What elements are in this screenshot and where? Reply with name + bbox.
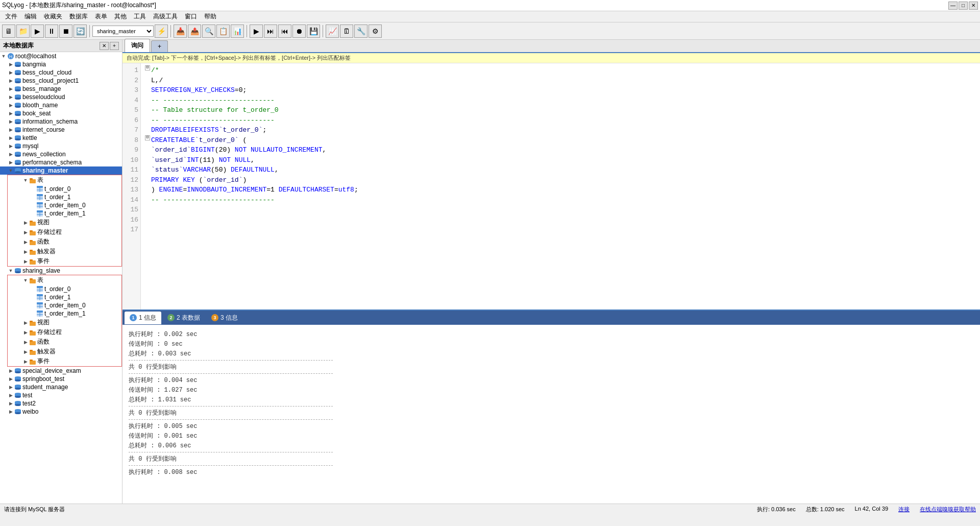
toolbar-btn-9[interactable]: 📤 xyxy=(188,25,201,38)
result-tab-1[interactable]: 1 1 信息 xyxy=(125,312,161,324)
tree-expand-icon[interactable]: ▶ xyxy=(7,144,14,149)
tree-item-t_order_item_1[interactable]: t_order_item_1 xyxy=(8,209,121,218)
tree-expand-icon[interactable]: ▶ xyxy=(7,152,14,157)
menu-item-工具[interactable]: 工具 xyxy=(131,11,149,22)
tree-item-t_order_1[interactable]: t_order_1 xyxy=(8,293,121,301)
tree-item-bess_cloud_project1[interactable]: ▶bess_cloud_project1 xyxy=(0,77,122,85)
tree-item-表[interactable]: ▼表 xyxy=(8,275,121,285)
toolbar-btn-17[interactable]: 💾 xyxy=(307,25,320,38)
tree-item-performance_schema[interactable]: ▶performance_schema xyxy=(0,158,122,166)
tree-expand-icon[interactable]: ▶ xyxy=(22,340,29,345)
add-tab-button[interactable]: + xyxy=(151,40,168,52)
close-button[interactable]: ✕ xyxy=(969,2,978,10)
tree-item-weibo[interactable]: ▶weibo xyxy=(0,408,122,416)
tree-expand-icon[interactable]: ▼ xyxy=(7,268,14,273)
tree-item-存储过程[interactable]: ▶存储过程 xyxy=(8,227,121,237)
code-editor[interactable]: 1234567891011121314151617 ⊟/*L,/ SET FOR… xyxy=(122,63,980,309)
toolbar-btn-3[interactable]: ▶ xyxy=(31,25,44,38)
query-tab[interactable]: 询问 xyxy=(125,39,150,52)
toolbar-btn-21[interactable]: ⚙ xyxy=(369,25,382,38)
menu-item-收藏夹[interactable]: 收藏夹 xyxy=(41,11,65,22)
tree-expand-icon[interactable]: ▶ xyxy=(7,86,14,91)
tree-item-表[interactable]: ▼表 xyxy=(8,175,121,185)
toolbar-btn-20[interactable]: 🔧 xyxy=(354,25,368,38)
toolbar-btn-10[interactable]: 🔍 xyxy=(202,25,215,38)
tree-expand-icon[interactable]: ▼ xyxy=(22,278,29,283)
tree-expand-icon[interactable]: ▶ xyxy=(7,103,14,108)
tree-item-bess_manage[interactable]: ▶bess_manage xyxy=(0,85,122,93)
left-panel-close[interactable]: ✕ xyxy=(100,42,109,50)
tree-expand-icon[interactable]: ▶ xyxy=(7,376,14,381)
result-content[interactable]: 执行耗时 : 0.002 sec传送时间 : 0 sec总耗时 : 0.003 … xyxy=(122,325,980,504)
tree-item-事件[interactable]: ▶事件 xyxy=(8,356,121,366)
code-content[interactable]: ⊟/*L,/ SET FOREIGN_KEY_CHECKS=0; -- ----… xyxy=(141,63,980,309)
tree-item-information_schema[interactable]: ▶information_schema xyxy=(0,117,122,126)
tree-expand-icon[interactable]: ▼ xyxy=(22,178,29,183)
fold-icon[interactable]: ⊟ xyxy=(145,135,150,140)
toolbar-btn-13[interactable]: ▶ xyxy=(250,25,263,38)
toolbar-btn-7[interactable]: ⚡ xyxy=(155,25,168,38)
toolbar-btn-5[interactable]: ⏹ xyxy=(59,25,72,38)
tree-item-事件[interactable]: ▶事件 xyxy=(8,256,121,266)
tree-expand-icon[interactable]: ▶ xyxy=(7,135,14,140)
tree-item-mysql[interactable]: ▶mysql xyxy=(0,142,122,150)
menu-item-窗口[interactable]: 窗口 xyxy=(182,11,200,22)
tree-item-kettle[interactable]: ▶kettle xyxy=(0,134,122,142)
tree-expand-icon[interactable]: ▼ xyxy=(7,168,14,173)
tree-item-bess_cloud_cloud[interactable]: ▶bess_cloud_cloud xyxy=(0,68,122,77)
tree-item-springboot_test[interactable]: ▶springboot_test xyxy=(0,375,122,383)
tree-item-函数[interactable]: ▶函数 xyxy=(8,237,121,247)
tree-item-root@localhost[interactable]: ▼Hroot@localhost xyxy=(0,52,122,60)
tree-expand-icon[interactable]: ▶ xyxy=(22,240,29,245)
tree-item-bangmia[interactable]: ▶bangmia xyxy=(0,60,122,68)
left-panel-add[interactable]: + xyxy=(110,42,119,50)
tree-item-视图[interactable]: ▶视图 xyxy=(8,218,121,227)
tree-expand-icon[interactable]: ▼ xyxy=(0,54,7,59)
toolbar-btn-16[interactable]: ⏺ xyxy=(292,25,306,38)
database-selector[interactable]: sharing_master xyxy=(92,26,154,37)
tree-item-触发器[interactable]: ▶触发器 xyxy=(8,347,121,356)
tree-item-test[interactable]: ▶test xyxy=(0,391,122,399)
fold-icon[interactable]: ⊟ xyxy=(145,65,150,70)
tree-expand-icon[interactable]: ▶ xyxy=(22,320,29,325)
tree-item-t_order_1[interactable]: t_order_1 xyxy=(8,193,121,201)
toolbar-btn-8[interactable]: 📥 xyxy=(174,25,187,38)
tree-item-视图[interactable]: ▶视图 xyxy=(8,318,121,327)
tree-expand-icon[interactable]: ▶ xyxy=(7,111,14,116)
maximize-button[interactable]: □ xyxy=(959,2,968,10)
tree-item-book_seat[interactable]: ▶book_seat xyxy=(0,109,122,117)
tree-item-sharing_master[interactable]: ▼sharing_master xyxy=(0,166,122,175)
toolbar-btn-15[interactable]: ⏮ xyxy=(278,25,291,38)
toolbar-btn-11[interactable]: 📋 xyxy=(216,25,230,38)
tree-expand-icon[interactable]: ▶ xyxy=(7,70,14,75)
tree-expand-icon[interactable]: ▶ xyxy=(7,401,14,406)
tree-expand-icon[interactable]: ▶ xyxy=(7,127,14,132)
tree-expand-icon[interactable]: ▶ xyxy=(7,62,14,67)
menu-item-其他[interactable]: 其他 xyxy=(111,11,130,22)
tree-expand-icon[interactable]: ▶ xyxy=(22,249,29,254)
tree-item-t_order_0[interactable]: t_order_0 xyxy=(8,185,121,193)
tree-item-sharing_slave[interactable]: ▼sharing_slave xyxy=(0,267,122,275)
tree-expand-icon[interactable]: ▶ xyxy=(7,160,14,165)
extra-link[interactable]: 在线点端嗅嗅获取帮助 xyxy=(920,506,976,513)
tree-expand-icon[interactable]: ▶ xyxy=(7,385,14,390)
tree-item-test2[interactable]: ▶test2 xyxy=(0,399,122,408)
tree-item-t_order_item_1[interactable]: t_order_item_1 xyxy=(8,309,121,318)
tree-expand-icon[interactable]: ▶ xyxy=(22,359,29,364)
tree-item-t_order_0[interactable]: t_order_0 xyxy=(8,285,121,293)
tree-expand-icon[interactable]: ▶ xyxy=(7,368,14,373)
toolbar-btn-18[interactable]: 📈 xyxy=(326,25,339,38)
tree-item-存储过程[interactable]: ▶存储过程 xyxy=(8,327,121,337)
toolbar-btn-6[interactable]: 🔄 xyxy=(74,25,87,38)
toolbar-btn-12[interactable]: 📊 xyxy=(231,25,244,38)
tree-item-t_order_item_0[interactable]: t_order_item_0 xyxy=(8,201,121,209)
tree-expand-icon[interactable]: ▶ xyxy=(7,94,14,100)
tree-expand-icon[interactable]: ▶ xyxy=(7,78,14,83)
toolbar-btn-4[interactable]: ⏸ xyxy=(45,25,58,38)
tree-item-student_manage[interactable]: ▶student_manage xyxy=(0,383,122,391)
tree-expand-icon[interactable]: ▶ xyxy=(22,330,29,335)
tree-expand-icon[interactable]: ▶ xyxy=(7,119,14,124)
tree-expand-icon[interactable]: ▶ xyxy=(22,259,29,264)
tree-item-news_collection[interactable]: ▶news_collection xyxy=(0,150,122,158)
tree-item-blooth_name[interactable]: ▶blooth_name xyxy=(0,101,122,109)
